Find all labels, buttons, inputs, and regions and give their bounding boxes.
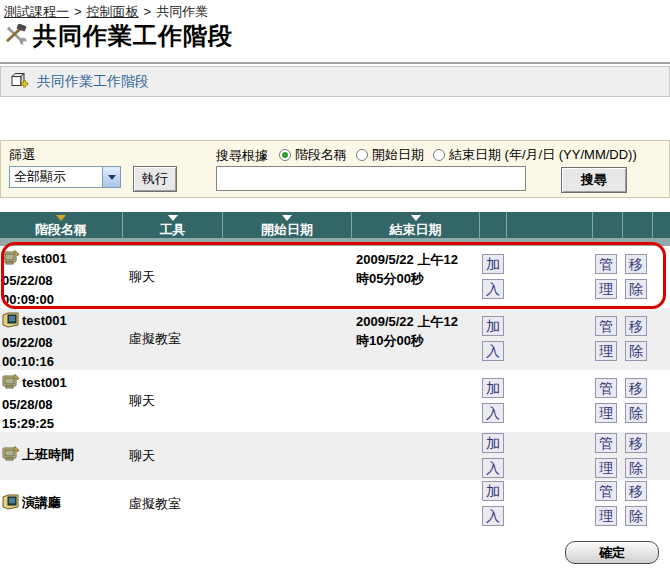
join-button[interactable]: 加入 — [482, 481, 504, 526]
page-title: 共同作業工作階段 — [4, 20, 233, 52]
table-rows: test001 05/22/08 00:09:00聊天2009/5/22 上午1… — [0, 246, 670, 528]
join-button[interactable]: 加入 — [482, 378, 504, 423]
column-header-label[interactable]: 結束日期 — [390, 221, 442, 239]
breadcrumb-item[interactable]: 控制面板 — [87, 4, 139, 19]
radio-start-date-circle[interactable] — [356, 149, 368, 161]
session-name-cell: test001 05/22/08 00:09:00 — [0, 246, 123, 308]
start-date-cell — [223, 480, 352, 528]
manage-button[interactable]: 管理 — [595, 254, 617, 299]
table-row: test001 05/22/08 00:09:00聊天2009/5/22 上午1… — [0, 246, 670, 308]
radio-session-name[interactable]: 階段名稱 — [279, 146, 347, 164]
spacer-cell — [507, 480, 593, 528]
end-date-text: 2009/5/22 上午12時10分00秒 — [352, 312, 460, 350]
spacer-cell — [507, 308, 593, 370]
session-name-cell: 演講廳 — [0, 480, 123, 528]
tool-cell: 虛擬教室 — [123, 308, 223, 370]
end-date-text: 2009/5/22 上午12時05分00秒 — [352, 250, 460, 288]
remove-button[interactable]: 移除 — [625, 481, 647, 526]
table-header-row: 階段名稱工具開始日期結束日期 — [0, 212, 670, 246]
join-button[interactable]: 加入 — [482, 254, 504, 299]
remove-button[interactable]: 移除 — [625, 433, 647, 478]
tool-cell: 聊天 — [123, 370, 223, 432]
start-date-cell — [223, 246, 352, 308]
manage-button-cell: 管理 — [593, 480, 623, 528]
spacer-cell — [507, 246, 593, 308]
search-radio-group: 階段名稱開始日期結束日期 (年/月/日 (YY/MM/DD)) — [279, 146, 637, 164]
remove-button[interactable]: 移除 — [625, 254, 647, 299]
chevron-down-icon[interactable] — [102, 167, 120, 187]
search-button[interactable]: 搜尋 — [561, 167, 627, 193]
manage-button[interactable]: 管理 — [595, 481, 617, 526]
table-row: 演講廳虛擬教室加入管理移除 — [0, 480, 670, 528]
column-header-label[interactable]: 工具 — [160, 221, 186, 239]
breadcrumb: 測試課程一>控制面板>共同作業 — [4, 3, 208, 21]
column-header-1: 階段名稱 — [0, 212, 123, 246]
column-header-empty — [623, 212, 653, 246]
chat-session-icon — [2, 446, 20, 467]
page-title-text: 共同作業工作階段 — [33, 20, 233, 52]
radio-end-date-circle[interactable] — [433, 149, 445, 161]
radio-session-name-circle[interactable] — [279, 149, 291, 161]
session-name-text: 演講廳 — [22, 495, 61, 510]
tool-name: 聊天 — [129, 392, 155, 410]
search-input[interactable] — [216, 166, 526, 191]
end-date-cell — [352, 480, 480, 528]
remove-button-cell: 移除 — [623, 370, 653, 432]
classroom-session-icon — [2, 312, 20, 333]
spacer-cell — [507, 432, 593, 480]
manage-button[interactable]: 管理 — [595, 316, 617, 361]
manage-button-cell: 管理 — [593, 308, 623, 370]
start-date-cell — [223, 370, 352, 432]
start-date-cell — [223, 432, 352, 480]
spacer-cell — [653, 480, 670, 528]
breadcrumb-separator: > — [74, 4, 82, 19]
spacer-cell — [653, 246, 670, 308]
manage-button[interactable]: 管理 — [595, 378, 617, 423]
session-name: test001 05/28/08 15:29:25 — [2, 373, 100, 433]
table-row: test001 05/28/08 15:29:25聊天加入管理移除 — [0, 370, 670, 432]
manage-button-cell: 管理 — [593, 432, 623, 480]
filter-select[interactable]: 全部顯示 — [9, 166, 121, 188]
session-name-cell: test001 05/28/08 15:29:25 — [0, 370, 123, 432]
radio-end-date[interactable]: 結束日期 (年/月/日 (YY/MM/DD)) — [433, 146, 637, 164]
breadcrumb-item[interactable]: 測試課程一 — [4, 4, 69, 19]
breadcrumb-item: 共同作業 — [156, 4, 208, 19]
add-box-icon — [11, 72, 29, 92]
chat-session-icon — [2, 374, 20, 395]
end-date-cell — [352, 370, 480, 432]
end-date-cell: 2009/5/22 上午12時10分00秒 — [352, 308, 480, 370]
session-name: test001 05/22/08 00:09:00 — [2, 249, 100, 309]
manage-button-cell: 管理 — [593, 246, 623, 308]
join-button-cell: 加入 — [480, 480, 507, 528]
run-button[interactable]: 執行 — [133, 166, 177, 192]
column-header-empty — [480, 212, 507, 246]
tool-name: 虛擬教室 — [129, 330, 181, 348]
ok-button[interactable]: 確定 — [565, 541, 659, 564]
column-header-label[interactable]: 開始日期 — [261, 221, 313, 239]
module-bar-link[interactable]: 共同作業工作階段 — [37, 73, 149, 91]
classroom-session-icon — [2, 494, 20, 515]
column-header-2: 工具 — [123, 212, 223, 246]
session-name-text: 上班時間 — [22, 447, 74, 462]
sessions-table: 階段名稱工具開始日期結束日期 test001 05/22/08 00:09:00… — [0, 212, 670, 528]
divider — [0, 62, 670, 64]
remove-button[interactable]: 移除 — [625, 316, 647, 361]
manage-button[interactable]: 管理 — [595, 433, 617, 478]
session-name-cell: test001 05/22/08 00:10:16 — [0, 308, 123, 370]
tool-name: 聊天 — [129, 268, 155, 286]
join-button-cell: 加入 — [480, 246, 507, 308]
table-row: test001 05/22/08 00:10:16虛擬教室2009/5/22 上… — [0, 308, 670, 370]
module-bar: 共同作業工作階段 — [0, 66, 670, 97]
remove-button[interactable]: 移除 — [625, 378, 647, 423]
column-header-label[interactable]: 階段名稱 — [35, 221, 87, 239]
radio-end-date-label: 結束日期 (年/月/日 (YY/MM/DD)) — [449, 146, 637, 164]
collaboration-sessions-page: 測試課程一>控制面板>共同作業 共同作業工作階段 共同作業工作階段 篩選 — [0, 0, 670, 568]
spacer-cell — [507, 370, 593, 432]
tool-cell: 聊天 — [123, 432, 223, 480]
join-button[interactable]: 加入 — [482, 433, 504, 478]
remove-button-cell: 移除 — [623, 432, 653, 480]
radio-start-date[interactable]: 開始日期 — [356, 146, 424, 164]
join-button[interactable]: 加入 — [482, 316, 504, 361]
filter-label: 篩選 — [9, 146, 35, 164]
table-row: 上班時間聊天加入管理移除 — [0, 432, 670, 480]
